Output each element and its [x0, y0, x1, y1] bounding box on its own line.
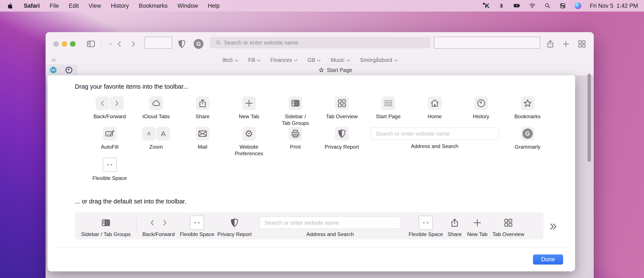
palette-row-3: Flexible Space [86, 158, 552, 181]
palette-item-label: Print [290, 143, 300, 150]
grammarly-extension-button[interactable]: G [194, 39, 204, 49]
tab-overview-button[interactable] [578, 39, 586, 48]
favorite-gb[interactable]: GB [308, 57, 321, 63]
palette-item-label: AutoFill [101, 143, 118, 150]
address-search-field[interactable] [260, 216, 401, 229]
palette-item-home[interactable]: Home [412, 96, 458, 120]
favorites-grid-icon[interactable] [51, 57, 57, 63]
palette-item-label: WebsitePreferences [235, 143, 263, 157]
apple-logo-icon[interactable] [7, 2, 14, 10]
palette-item-mail[interactable]: Mail [179, 127, 226, 150]
palette-item-print[interactable]: Print [272, 127, 318, 150]
default-item-share[interactable]: Share [444, 216, 465, 237]
default-item-sidebar-tab-groups[interactable]: Sidebar / Tab Groups [79, 216, 133, 237]
favorites-items: 9to5FillFinancesGBMusicSmörgåsbord [222, 57, 398, 63]
forward-button[interactable] [129, 40, 137, 48]
siri-icon[interactable] [575, 2, 581, 10]
favorite-music[interactable]: Music [330, 57, 350, 63]
palette-item-history[interactable]: History [458, 96, 504, 120]
toolbar-divider [101, 39, 101, 48]
palette-item-grammarly[interactable]: GGrammarly [504, 127, 551, 150]
menu-bar-clock[interactable]: Fri Nov 5 1:42 PM [590, 3, 638, 9]
safari-window: G 9to5FillFinancesGBMusicSmörgåsbord W S… [46, 32, 594, 278]
palette-item-start-page[interactable]: Start Page [365, 96, 412, 120]
palette-item-new-tab[interactable]: New Tab [226, 96, 272, 120]
palette-item-label: Address and Search [411, 143, 458, 149]
customize-toolbar-sheet: Drag your favorite items into the toolba… [48, 75, 575, 271]
tab-group-chevron-icon[interactable] [108, 42, 113, 47]
plus-icon [472, 218, 482, 228]
address-search-field[interactable] [370, 127, 499, 140]
default-item-flexible-space[interactable]: Flexible Space [408, 216, 444, 237]
default-item-new-tab[interactable]: New Tab [465, 216, 489, 237]
palette-item-label: Home [428, 113, 442, 120]
menu-view[interactable]: View [88, 3, 101, 9]
tab-start-page[interactable]: Start Page [77, 65, 594, 75]
k-logo-icon[interactable]: K [485, 2, 490, 10]
favorite-finances[interactable]: Finances [270, 57, 298, 63]
palette-item-zoom[interactable]: AAZoom [133, 127, 179, 150]
bluetooth-icon[interactable] [498, 2, 505, 10]
menu-bookmarks[interactable]: Bookmarks [139, 3, 168, 9]
pinned-tab-history[interactable] [61, 65, 77, 75]
favorite-fill[interactable]: Fill [248, 57, 260, 63]
default-item-back-forward[interactable]: Back/Forward [138, 216, 179, 237]
palette-item-back-forward[interactable]: Back/Forward [86, 96, 133, 120]
default-item-tab-overview[interactable]: Tab Overview [490, 216, 526, 237]
palette-item-autofill[interactable]: AutoFill [86, 127, 133, 150]
menu-file[interactable]: File [50, 3, 59, 9]
pinned-tab-wordpress[interactable]: W [46, 65, 61, 75]
default-item-privacy-report[interactable]: Privacy Report [215, 216, 254, 237]
address-bar[interactable] [210, 37, 430, 48]
palette-item-privacy-report[interactable]: Privacy Report [318, 127, 365, 150]
palette-item-share[interactable]: Share [179, 96, 226, 120]
palette-item-label: Grammarly [514, 143, 540, 150]
palette-item-address-and-search[interactable]: Address and Search [365, 127, 504, 149]
favorite-sm-rg-sbord[interactable]: Smörgåsbord [360, 57, 398, 63]
menu-window[interactable]: Window [177, 3, 198, 9]
flex-space-icon [419, 216, 433, 230]
toolbar-drop-well[interactable] [434, 37, 540, 49]
favorite-label: 9to5 [222, 57, 233, 63]
wifi-icon[interactable] [529, 2, 536, 10]
chevron-left-icon [96, 96, 109, 110]
status-icons: K [485, 2, 581, 10]
menu-help[interactable]: Help [208, 3, 220, 9]
default-toolbar-set[interactable]: Sidebar / Tab GroupsBack/ForwardFlexible… [75, 212, 544, 239]
sheet-divider [56, 247, 566, 247]
zoom-window-button[interactable] [70, 41, 76, 47]
done-button[interactable]: Done [533, 254, 563, 264]
favorite-9to5[interactable]: 9to5 [222, 57, 238, 63]
palette-item-tab-overview[interactable]: Tab Overview [318, 96, 365, 120]
scrollbar-thumb[interactable] [588, 74, 591, 162]
palette-item-flexible-space[interactable]: Flexible Space [86, 158, 133, 181]
control-center-icon[interactable] [559, 2, 566, 10]
dots-grid-icon [382, 96, 395, 110]
default-item-flexible-space[interactable]: Flexible Space [179, 216, 215, 237]
toolbar-drop-well[interactable] [145, 37, 172, 49]
close-window-button[interactable] [53, 41, 59, 47]
menu-edit[interactable]: Edit [69, 3, 79, 9]
palette-item-bookmarks[interactable]: Bookmarks [504, 96, 551, 120]
address-search-input[interactable] [224, 39, 416, 46]
share-button[interactable] [546, 39, 555, 48]
sidebar-button[interactable] [86, 39, 96, 49]
menu-history[interactable]: History [111, 3, 129, 9]
spotlight-icon[interactable] [544, 2, 551, 10]
menu-safari[interactable]: Safari [24, 3, 40, 9]
back-button[interactable] [115, 40, 124, 48]
palette-item-sidebar-tab-groups[interactable]: Sidebar /Tab Groups [272, 96, 318, 126]
address-search-input[interactable] [265, 219, 393, 226]
palette-item-label: New Tab [239, 113, 259, 120]
new-tab-button[interactable] [562, 39, 570, 48]
favorite-label: Fill [248, 57, 255, 63]
battery-icon[interactable] [514, 2, 520, 10]
address-search-input[interactable] [376, 130, 491, 137]
sheet-title: Drag your favorite items into the toolba… [75, 83, 188, 90]
minimize-window-button[interactable] [62, 41, 67, 47]
overflow-chevron-icon[interactable] [548, 222, 558, 231]
palette-item-icloud-tabs[interactable]: iCloud Tabs [133, 96, 179, 120]
privacy-report-shield-icon[interactable] [177, 39, 186, 49]
default-item-address-and-search[interactable]: Address and Search [255, 216, 405, 237]
palette-item-website-preferences[interactable]: ⚙WebsitePreferences [226, 127, 272, 157]
